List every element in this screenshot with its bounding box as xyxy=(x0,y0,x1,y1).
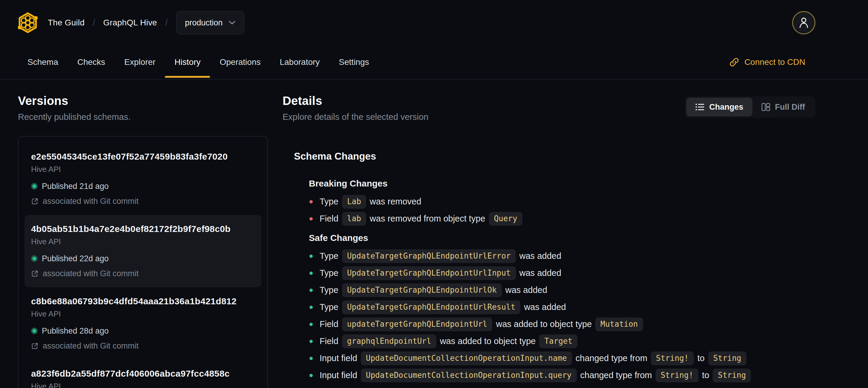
code-chip: graphqlEndpointUrl xyxy=(342,334,436,348)
git-commit-label: associated with Git commit xyxy=(43,197,138,206)
tab-operations[interactable]: Operations xyxy=(210,46,270,79)
published-status: Published 21d ago xyxy=(31,181,255,191)
schema-changes: Breaking ChangesTypeLabwas removedFieldl… xyxy=(283,178,815,384)
change-text: to xyxy=(698,350,705,367)
breadcrumb: The Guild / GraphQL Hive / production xyxy=(48,11,244,34)
full-diff-view-button[interactable]: Full Diff xyxy=(752,98,814,116)
change-text: Field xyxy=(319,210,338,227)
change-text: was removed xyxy=(370,193,421,210)
schema-changes-title: Schema Changes xyxy=(294,151,815,162)
change-text: Field xyxy=(319,316,338,333)
change-text: was added to object type xyxy=(440,333,536,350)
tab-schema[interactable]: Schema xyxy=(18,46,68,79)
code-chip: updateTargetGraphQLEndpointUrl xyxy=(342,318,493,331)
breadcrumb-separator: / xyxy=(165,18,167,28)
git-commit-link[interactable]: associated with Git commit xyxy=(31,269,255,278)
tab-settings[interactable]: Settings xyxy=(329,46,378,79)
change-text: Input field xyxy=(319,350,357,367)
breadcrumb-org[interactable]: The Guild xyxy=(48,18,85,28)
change-item: TypeUpdateTargetGraphQLEndpointUrlOkwas … xyxy=(319,281,815,299)
details-title-block: Details Explore details of the selected … xyxy=(283,94,428,122)
version-hash: c8b6e88a06793b9c4dfd54aaa21b36a1b421d812 xyxy=(31,296,255,306)
code-chip: UpdateDocumentCollectionOperationInput.n… xyxy=(361,352,572,365)
version-item[interactable]: c8b6e88a06793b9c4dfd54aaa21b36a1b421d812… xyxy=(25,287,261,360)
versions-title: Versions xyxy=(18,94,268,108)
details-panel: Details Explore details of the selected … xyxy=(283,94,815,388)
tab-explorer[interactable]: Explorer xyxy=(115,46,165,79)
change-text: Type xyxy=(319,299,338,316)
git-commit-label: associated with Git commit xyxy=(43,269,138,278)
user-icon xyxy=(799,17,809,28)
version-item[interactable]: a823f6db2a55df877dcf406006abca97fcc4858c… xyxy=(25,360,261,388)
published-dot-icon xyxy=(31,328,38,334)
published-dot-icon xyxy=(31,255,38,262)
change-text: was added xyxy=(520,247,561,265)
change-item: Fieldlabwas removed from object typeQuer… xyxy=(319,210,815,227)
change-text: was added xyxy=(520,265,561,281)
published-label: Published 22d ago xyxy=(42,254,109,263)
published-status: Published 28d ago xyxy=(31,326,255,336)
published-label: Published 28d ago xyxy=(42,326,109,336)
code-chip: Mutation xyxy=(595,318,643,331)
app-header: The Guild / GraphQL Hive / production xyxy=(0,0,868,80)
git-commit-link[interactable]: associated with Git commit xyxy=(31,197,255,206)
code-chip: UpdateTargetGraphQLEndpointUrlInput xyxy=(342,266,516,280)
service-name: Hive API xyxy=(31,165,255,174)
service-name: Hive API xyxy=(31,382,255,388)
change-text: Field xyxy=(319,333,338,350)
change-item: Input fieldUpdateDocumentCollectionOpera… xyxy=(319,350,815,367)
list-icon xyxy=(695,103,704,111)
tab-checks[interactable]: Checks xyxy=(68,46,115,79)
change-text: to xyxy=(702,367,709,384)
section-title: Breaking Changes xyxy=(309,178,815,189)
graphql-hive-logo-icon[interactable] xyxy=(18,12,38,33)
published-status: Published 22d ago xyxy=(31,254,255,263)
version-item[interactable]: 4b05ab51b1b4a7e2e4b0ef82172f2b9f7ef98c0b… xyxy=(25,215,261,287)
git-commit-link[interactable]: associated with Git commit xyxy=(31,341,255,351)
git-commit-label: associated with Git commit xyxy=(43,341,138,351)
external-link-icon xyxy=(31,198,38,205)
change-text: Type xyxy=(319,281,338,299)
main-content: Versions Recently published schemas. e2e… xyxy=(0,80,868,388)
safe-changes-section: Safe ChangesTypeUpdateTargetGraphQLEndpo… xyxy=(309,233,815,384)
target-selector-value: production xyxy=(185,18,222,28)
view-toggle: ChangesFull Diff xyxy=(685,96,815,118)
service-name: Hive API xyxy=(31,309,255,318)
code-chip: UpdateTargetGraphQLEndpointUrlResult xyxy=(342,300,521,314)
service-name: Hive API xyxy=(31,237,255,246)
published-dot-icon xyxy=(31,183,38,189)
breadcrumb-project[interactable]: GraphQL Hive xyxy=(103,18,157,28)
view-toggle-label: Full Diff xyxy=(775,102,805,112)
change-text: was added xyxy=(524,299,566,316)
target-selector[interactable]: production xyxy=(176,11,244,34)
details-header: Details Explore details of the selected … xyxy=(283,94,815,122)
code-chip: Target xyxy=(539,334,577,348)
connect-to-cdn-link[interactable]: Connect to CDN xyxy=(730,46,805,79)
published-label: Published 21d ago xyxy=(42,181,109,191)
code-chip: UpdateDocumentCollectionOperationInput.q… xyxy=(361,368,577,382)
code-chip: String! xyxy=(651,352,694,365)
section-title: Safe Changes xyxy=(309,233,815,243)
change-item: TypeLabwas removed xyxy=(319,193,815,210)
graphql-hive-app: The Guild / GraphQL Hive / production xyxy=(0,0,868,388)
code-chip: UpdateTargetGraphQLEndpointUrlOk xyxy=(342,283,502,297)
versions-list: e2e55045345ce13fe07f52a77459b83fa3fe7020… xyxy=(18,136,268,388)
change-item: TypeUpdateTargetGraphQLEndpointUrlInputw… xyxy=(319,265,815,281)
tab-history[interactable]: History xyxy=(165,46,210,79)
change-text: Input field xyxy=(319,367,357,384)
change-text: Type xyxy=(319,193,338,210)
breadcrumb-separator: / xyxy=(93,18,95,28)
change-item: FieldupdateTargetGraphQLEndpointUrlwas a… xyxy=(319,316,815,333)
change-list: TypeUpdateTargetGraphQLEndpointUrlErrorw… xyxy=(309,247,815,384)
external-link-icon xyxy=(31,342,38,350)
split-panel-icon xyxy=(762,103,770,111)
versions-subtitle: Recently published schemas. xyxy=(18,112,268,122)
change-list: TypeLabwas removedFieldlabwas removed fr… xyxy=(309,193,815,227)
user-menu-button[interactable] xyxy=(792,11,815,34)
version-item[interactable]: e2e55045345ce13fe07f52a77459b83fa3fe7020… xyxy=(25,143,261,215)
changes-view-button[interactable]: Changes xyxy=(686,98,752,116)
tab-laboratory[interactable]: Laboratory xyxy=(270,46,329,79)
change-item: FieldgraphqlEndpointUrlwas added to obje… xyxy=(319,333,815,350)
nav-bar: SchemaChecksExplorerHistoryOperationsLab… xyxy=(0,46,868,79)
change-text: was added xyxy=(505,281,547,299)
